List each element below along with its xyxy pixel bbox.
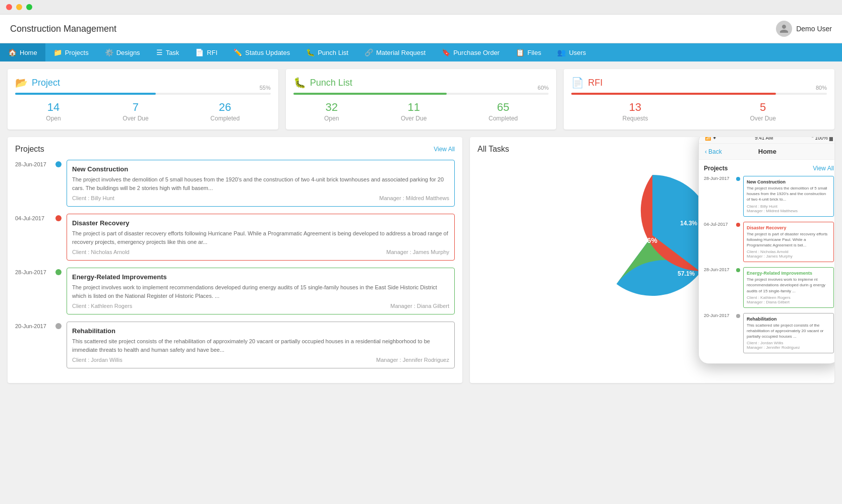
nav-purchase[interactable]: 🔖 Purchase Order — [434, 43, 508, 61]
projects-icon: 📁 — [53, 48, 62, 56]
punch-completed-label: Completed — [489, 115, 518, 122]
mobile-date-1: 04-Jul-2017 — [704, 222, 733, 227]
nav-status-updates[interactable]: ✏️ Status Updates — [225, 43, 298, 61]
punch-card-title: Punch List — [310, 78, 352, 88]
project-meta-3: Client : Jordan Willis Manager : Jennife… — [72, 357, 449, 363]
mobile-project-name-0: New Construction — [747, 179, 830, 184]
nav-punch-list[interactable]: 🐛 Punch List — [298, 43, 356, 61]
project-date-0: 28-Jun-2017 — [15, 160, 50, 167]
list-item: 04-Jul-2017 Disaster Recovery The projec… — [15, 214, 455, 261]
close-icon[interactable] — [6, 4, 12, 10]
nav-home[interactable]: 🏠 Home — [0, 43, 45, 61]
rfi-progress-fill — [571, 93, 775, 95]
project-card-3[interactable]: Rehabilitation This scattered site proje… — [67, 322, 455, 368]
nav-projects[interactable]: 📁 Projects — [45, 43, 97, 61]
user-name: Demo User — [796, 25, 832, 33]
mobile-back-button[interactable]: ‹ Back — [705, 148, 722, 155]
mobile-view-all[interactable]: View All — [813, 165, 834, 172]
nav-files[interactable]: 📋 Files — [508, 43, 549, 61]
mobile-project-card-0[interactable]: New Construction The project involves th… — [743, 176, 834, 217]
mobile-project-desc-0: The project involves the demolition of 5… — [747, 185, 830, 203]
nav-material[interactable]: 🔗 Material Request — [356, 43, 434, 61]
mobile-project-meta-0: Client : Billy Hunt Manager : Mildred Ma… — [747, 204, 830, 213]
project-card-1[interactable]: Disaster Recovery The project is part of… — [67, 214, 455, 261]
mobile-date-3: 20-Jun-2017 — [704, 313, 733, 318]
project-dot-3 — [55, 323, 62, 329]
mobile-project-desc-1: The project is part of disaster recovery… — [747, 231, 830, 248]
project-desc-0: The project involves the demolition of 5… — [72, 175, 449, 192]
project-meta-2: Client : Kathleen Rogers Manager : Diana… — [72, 303, 449, 309]
mobile-project-card-2[interactable]: Energy-Related Improvements The project … — [743, 267, 834, 308]
punch-progress-bar: 60% — [293, 93, 549, 95]
mobile-dot-3 — [736, 314, 740, 318]
punch-completed-value: 65 — [489, 101, 518, 114]
projects-panel-title: Projects — [15, 145, 44, 154]
project-card-icon: 📂 — [15, 77, 28, 89]
mobile-project-meta-3: Client : Jordan Willis Manager : Jennife… — [747, 341, 830, 350]
project-open-label: Open — [46, 115, 61, 122]
mobile-battery: * 100% ▓ — [812, 137, 833, 141]
project-dot-0 — [55, 161, 62, 167]
project-progress-fill — [15, 93, 156, 95]
mobile-list-item: 20-Jun-2017 Rehabilitation This scattere… — [704, 313, 834, 354]
nav-users-label: Users — [569, 49, 586, 56]
rfi-requests-value: 13 — [622, 101, 648, 114]
title-bar-left: Construction Management — [10, 24, 116, 34]
home-icon: 🏠 — [8, 48, 17, 56]
project-client-0: Client : Billy Hunt — [72, 195, 114, 201]
maximize-icon[interactable] — [26, 4, 32, 10]
mobile-project-card-1[interactable]: Disaster Recovery The project is part of… — [743, 222, 834, 263]
list-item: 28-Jun-2017 Energy-Related Improvements … — [15, 268, 455, 314]
nav-task[interactable]: ☰ Task — [148, 43, 188, 61]
rfi-card-header: 📄 RFI — [571, 77, 827, 89]
mobile-project-name-2: Energy-Related Improvements — [747, 271, 830, 276]
punch-progress-label: 60% — [537, 85, 549, 91]
mobile-date-0: 28-Jun-2017 — [704, 176, 733, 181]
rfi-stat-requests: 13 Requests — [622, 101, 648, 122]
mobile-project-name-1: Disaster Recovery — [747, 225, 830, 230]
project-summary-card: 📂 Project 55% 14 Open 7 Over Due 26 Comp… — [8, 69, 278, 130]
nav-home-label: Home — [20, 49, 37, 56]
nav-rfi-label: RFI — [207, 49, 217, 56]
nav-users[interactable]: 👥 Users — [549, 43, 594, 61]
punch-progress-fill — [293, 93, 447, 95]
nav-task-label: Task — [166, 49, 179, 56]
minimize-icon[interactable] — [16, 4, 22, 10]
project-client-1: Client : Nicholas Arnold — [72, 249, 130, 255]
rfi-progress-label: 80% — [816, 85, 827, 91]
mobile-overlay: 📶 ✦ 9:41 AM * 100% ▓ ‹ Back Home Project… — [698, 137, 834, 364]
project-stats-row: 14 Open 7 Over Due 26 Completed — [15, 101, 271, 122]
project-name-0: New Construction — [72, 165, 449, 173]
pie-label-green: 57.1% — [678, 270, 695, 277]
project-card-0[interactable]: New Construction The project involves th… — [67, 160, 455, 207]
project-date-3: 20-Jun-2017 — [15, 322, 50, 329]
punch-stat-overdue: 11 Over Due — [401, 101, 427, 122]
project-dot-1 — [55, 215, 62, 221]
project-card-2[interactable]: Energy-Related Improvements The project … — [67, 268, 455, 314]
punch-stat-open: 32 Open — [324, 101, 339, 122]
project-card-title: Project — [32, 78, 60, 88]
mobile-dot-1 — [736, 223, 740, 227]
mobile-project-meta-2: Client : Kathleen Rogers Manager : Diana… — [747, 295, 830, 304]
nav-punch-label: Punch List — [318, 49, 348, 56]
punch-stat-completed: 65 Completed — [489, 101, 518, 122]
mobile-project-card-3[interactable]: Rehabilitation This scattered site proje… — [743, 313, 834, 354]
punch-open-label: Open — [324, 115, 339, 122]
rfi-overdue-value: 5 — [750, 101, 775, 114]
nav-designs[interactable]: ⚙️ Designs — [97, 43, 148, 61]
mobile-status-bar: 📶 ✦ 9:41 AM * 100% ▓ — [699, 137, 834, 144]
nav-designs-label: Designs — [116, 49, 140, 56]
nav-bar: 🏠 Home 📁 Projects ⚙️ Designs ☰ Task 📄 RF… — [0, 43, 842, 61]
user-area: Demo User — [776, 21, 832, 37]
project-manager-3: Manager : Jennifer Rodriguez — [376, 357, 449, 363]
mobile-time: 9:41 AM — [755, 137, 773, 141]
nav-rfi[interactable]: 📄 RFI — [187, 43, 225, 61]
projects-panel-header: Projects View All — [15, 145, 455, 154]
project-completed-value: 26 — [210, 101, 239, 114]
punch-icon: 🐛 — [306, 48, 315, 56]
project-stat-open: 14 Open — [46, 101, 61, 122]
nav-projects-label: Projects — [65, 49, 89, 56]
punch-open-value: 32 — [324, 101, 339, 114]
list-item: 28-Jun-2017 New Construction The project… — [15, 160, 455, 207]
projects-view-all[interactable]: View All — [434, 146, 455, 153]
